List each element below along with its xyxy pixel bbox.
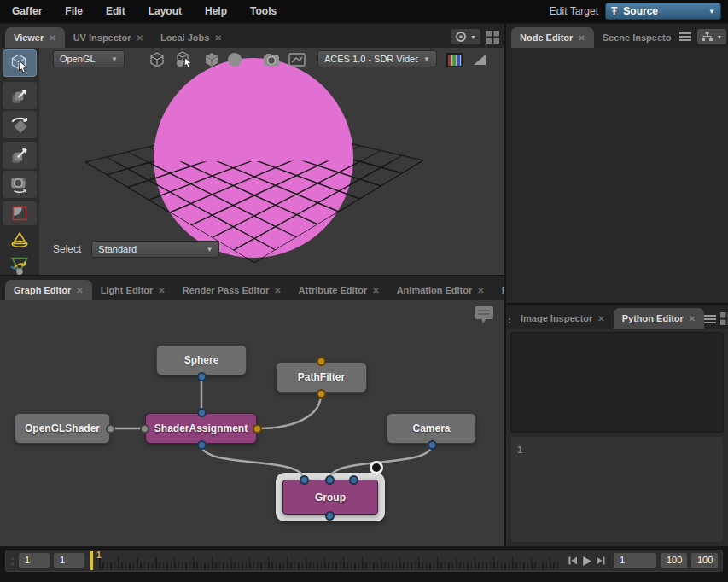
port-openglshader-out[interactable] — [106, 424, 115, 434]
close-icon[interactable]: ✕ — [137, 33, 143, 43]
sphere-object[interactable] — [154, 58, 353, 258]
shading-ball-icon[interactable] — [224, 50, 245, 69]
edge-pathfilter-shaderassignment[interactable] — [259, 394, 321, 428]
menu-edit[interactable]: Edit — [106, 5, 125, 17]
close-icon[interactable]: ✕ — [158, 286, 165, 295]
port-shaderassignment-shader[interactable] — [140, 424, 149, 434]
port-shaderassignment-filter[interactable] — [253, 424, 262, 434]
menu-hamburger-icon[interactable] — [704, 314, 716, 324]
close-icon[interactable]: ✕ — [477, 286, 484, 295]
crop-window-tool-button[interactable] — [3, 201, 37, 225]
close-icon[interactable]: ✕ — [597, 314, 604, 323]
menu-file[interactable]: File — [65, 5, 83, 17]
node-editor-panel: Node Editor ✕ Scene Inspecto ▼ — [506, 24, 728, 303]
tab-label: Attribute Editor — [299, 285, 368, 295]
layout-grid-icon[interactable] — [720, 312, 728, 325]
tab-label: Prim — [502, 285, 504, 295]
end-frame-field[interactable]: 100 — [661, 553, 687, 568]
node-editor-tabbar: Node Editor ✕ Scene Inspecto ▼ — [506, 24, 728, 48]
node-editor-body[interactable] — [506, 48, 728, 303]
port-sphere-out[interactable] — [197, 372, 207, 381]
start-frame-field[interactable]: 1 — [19, 553, 50, 568]
close-icon[interactable]: ✕ — [689, 314, 696, 323]
tab-node-editor[interactable]: Node Editor ✕ — [511, 27, 594, 48]
node-shaderassignment[interactable]: ShaderAssignment — [145, 413, 257, 444]
port-shaderassignment-out[interactable] — [197, 440, 207, 450]
node-label: PathFilter — [298, 371, 345, 383]
tab-viewer[interactable]: Viewer ✕ — [5, 27, 65, 48]
node-group[interactable]: Group — [282, 480, 378, 515]
camera-tool-button[interactable] — [3, 171, 37, 198]
port-shaderassignment-in[interactable] — [197, 408, 207, 417]
exposure-ramp-icon[interactable] — [469, 50, 490, 69]
tab-light-editor[interactable]: Light Editor ✕ — [92, 280, 174, 300]
select-tool-button[interactable] — [3, 49, 37, 77]
node-pathfilter[interactable]: PathFilter — [276, 362, 367, 393]
port-group-out[interactable] — [325, 511, 335, 521]
close-icon[interactable]: ✕ — [274, 286, 281, 295]
menu-help[interactable]: Help — [205, 5, 227, 17]
port-pathfilter-in[interactable] — [317, 357, 326, 366]
layout-grid-icon[interactable] — [486, 31, 499, 44]
menu-hamburger-icon[interactable] — [679, 32, 691, 42]
rgb-channels-icon[interactable] — [444, 50, 464, 69]
skip-to-start-icon[interactable] — [568, 556, 578, 566]
tab-scene-inspector[interactable]: Scene Inspecto — [594, 27, 680, 48]
tab-local-jobs[interactable]: Local Jobs ✕ — [152, 27, 230, 48]
port-group-in2[interactable] — [349, 475, 358, 485]
menu-tools[interactable]: Tools — [250, 5, 277, 17]
tab-render-pass-editor[interactable]: Render Pass Editor ✕ — [174, 280, 290, 300]
play-icon[interactable] — [581, 556, 592, 567]
menu-gaffer[interactable]: Gaffer — [12, 5, 42, 17]
close-icon[interactable]: ✕ — [76, 286, 83, 295]
focus-node-indicator[interactable] — [372, 463, 381, 472]
rotate-tool-button[interactable] — [3, 111, 37, 138]
wireframe-cube-icon[interactable] — [147, 50, 167, 69]
tab-attribute-editor[interactable]: Attribute Editor ✕ — [290, 280, 388, 300]
tab-graph-editor[interactable]: Graph Editor ✕ — [5, 280, 92, 300]
render-view-icon[interactable] — [287, 50, 307, 69]
python-output-area[interactable] — [510, 332, 724, 433]
skip-to-end-icon[interactable] — [596, 556, 606, 566]
close-icon[interactable]: ✕ — [49, 33, 55, 43]
port-group-in0[interactable] — [300, 475, 309, 485]
port-camera-out[interactable] — [428, 440, 437, 450]
annotation-bubble-icon[interactable] — [473, 305, 495, 329]
node-graph-canvas[interactable]: Sphere PathFilter OpenGLShader ShaderAss… — [0, 300, 504, 546]
playback-range-end-field[interactable]: 100 — [691, 553, 718, 568]
tab-image-inspector[interactable]: Image Inspector ✕ — [512, 308, 614, 329]
python-input-area[interactable]: 1 — [510, 436, 724, 543]
solid-cube-icon[interactable] — [201, 50, 222, 69]
close-icon[interactable]: ✕ — [214, 33, 221, 43]
scale-tool-button[interactable] — [3, 142, 37, 169]
display-transform-dropdown[interactable]: ACES 1.0 - SDR Video ▼ — [317, 50, 437, 67]
light-position-tool-button[interactable] — [3, 251, 37, 275]
current-frame-field[interactable]: 1 — [54, 553, 84, 568]
node-openglshader[interactable]: OpenGLShader — [15, 413, 110, 444]
camera-icon[interactable] — [261, 50, 282, 69]
tab-uv-inspector[interactable]: UV Inspector ✕ — [65, 27, 152, 48]
select-mode-dropdown[interactable]: Standard ▼ — [91, 241, 219, 258]
frame-field[interactable]: 1 — [614, 553, 656, 568]
translate-tool-button[interactable] — [3, 82, 37, 109]
close-icon[interactable]: ✕ — [372, 286, 379, 295]
tab-python-editor[interactable]: Python Editor ✕ — [614, 308, 705, 329]
frame-ruler[interactable]: 1 — [90, 550, 560, 572]
timeline-drag-handle[interactable] — [10, 557, 15, 565]
tab-primitive-inspector[interactable]: Prim — [493, 280, 504, 300]
close-icon[interactable]: ✕ — [578, 33, 585, 43]
viewer-settings-dropdown[interactable]: ▼ — [451, 29, 480, 44]
renderer-dropdown[interactable]: OpenGL ▼ — [53, 50, 125, 67]
menu-layout[interactable]: Layout — [149, 5, 182, 17]
tab-animation-editor[interactable]: Animation Editor ✕ — [388, 280, 493, 300]
port-pathfilter-out[interactable] — [317, 389, 326, 399]
port-group-in1[interactable] — [325, 475, 335, 485]
edit-target-dropdown[interactable]: Ŧ Source ▼ — [605, 3, 721, 20]
playhead[interactable] — [90, 551, 93, 570]
node-sphere[interactable]: Sphere — [156, 345, 247, 375]
select-objects-icon[interactable] — [174, 50, 195, 69]
node-selection-dropdown[interactable]: ▼ — [697, 29, 726, 44]
viewport-3d[interactable]: OpenGL ▼ — [0, 48, 504, 275]
playhead-frame-label: 1 — [96, 550, 102, 560]
node-camera[interactable]: Camera — [387, 413, 476, 444]
